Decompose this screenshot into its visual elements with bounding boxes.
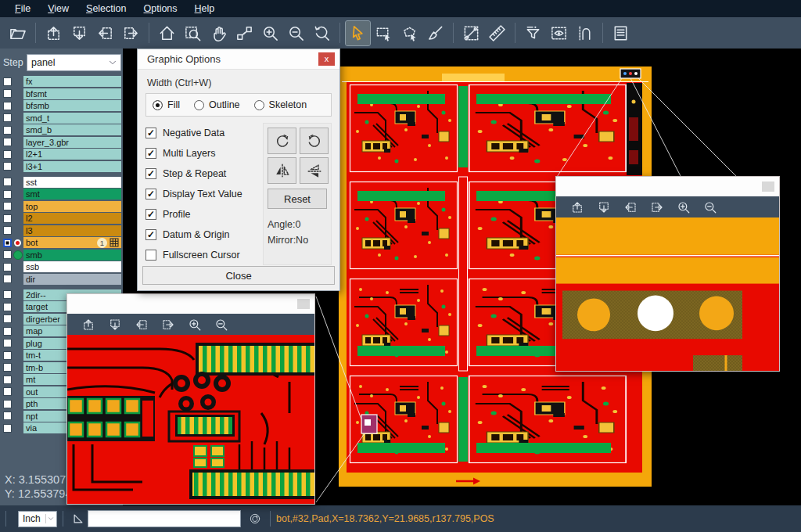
layer-name[interactable]: l3+1 <box>23 161 121 172</box>
close-button[interactable]: Close <box>142 266 335 285</box>
layer-row-bfsmt[interactable]: bfsmt <box>0 88 123 99</box>
filter-icon[interactable] <box>521 21 545 45</box>
layer-visibility-checkbox[interactable] <box>3 424 12 433</box>
pan-left-icon[interactable] <box>621 198 640 217</box>
layer-visibility-checkbox[interactable] <box>3 275 12 283</box>
layer-name[interactable]: smd_b <box>23 124 121 135</box>
corner-snap-icon[interactable] <box>69 510 88 527</box>
close-icon[interactable]: x <box>318 52 335 66</box>
open-folder-icon[interactable] <box>5 21 30 45</box>
layer-row-l3[interactable]: l3 <box>0 225 123 236</box>
layer-name[interactable]: smb <box>23 250 121 261</box>
layer-visibility-checkbox[interactable] <box>3 202 12 210</box>
layer-name[interactable]: l2 <box>23 213 121 224</box>
pan-hand-icon[interactable] <box>207 21 231 45</box>
layer-visibility-checkbox[interactable] <box>3 363 12 372</box>
layer-name[interactable]: smd_t <box>23 113 121 124</box>
layer-name[interactable]: l2+1 <box>23 149 121 160</box>
select-arrow-icon[interactable] <box>346 21 370 45</box>
pan-up-icon[interactable] <box>41 21 66 45</box>
layer-visibility-checkbox[interactable] <box>3 150 12 159</box>
layer-visibility-checkbox[interactable] <box>3 339 12 347</box>
layer-visibility-checkbox[interactable] <box>3 412 12 420</box>
rotate-ccw-button[interactable] <box>300 128 329 154</box>
layer-row-l2+1[interactable]: l2+1 <box>0 149 123 160</box>
checkbox-negative-data[interactable]: ✓Negative Data <box>145 123 263 143</box>
pan-left-icon[interactable] <box>132 315 151 334</box>
menu-view[interactable]: View <box>39 0 77 17</box>
node-link-icon[interactable] <box>232 21 257 45</box>
ruler-icon[interactable] <box>485 21 509 45</box>
layer-visibility-checkbox[interactable] <box>3 113 12 122</box>
layer-row-ssb[interactable]: ssb <box>0 261 123 272</box>
snap-trace-icon[interactable] <box>573 21 597 45</box>
zoom-in-icon[interactable] <box>674 198 693 217</box>
layer-row-dir[interactable]: dir <box>0 274 123 285</box>
layer-row-fx[interactable]: fx <box>0 76 123 87</box>
layer-visibility-checkbox[interactable] <box>3 327 12 336</box>
unit-select[interactable]: Inch <box>18 511 57 527</box>
radio-outline[interactable]: Outline <box>194 99 240 110</box>
layer-visibility-checkbox[interactable] <box>3 162 12 171</box>
layer-row-bfsmb[interactable]: bfsmb <box>0 100 123 111</box>
zoom-out-icon[interactable] <box>701 198 720 217</box>
layer-visibility-checkbox[interactable] <box>3 214 12 223</box>
checkbox-step-repeat[interactable]: ✓Step & Repeat <box>145 164 263 184</box>
layer-name[interactable]: ssb <box>23 261 121 272</box>
pan-right-icon[interactable] <box>648 198 666 217</box>
layer-row-smb[interactable]: smb <box>0 250 123 261</box>
magnifier-2-view[interactable] <box>556 217 779 371</box>
layer-visibility-checkbox[interactable] <box>3 315 12 323</box>
magnifier-window-1[interactable] <box>66 293 315 505</box>
pan-right-icon[interactable] <box>119 21 143 45</box>
pan-right-icon[interactable] <box>159 315 178 334</box>
pan-left-icon[interactable] <box>93 21 117 45</box>
clean-brush-icon[interactable] <box>423 21 447 45</box>
layer-visibility-checkbox[interactable] <box>3 290 12 299</box>
grid-icon[interactable] <box>110 238 119 247</box>
layer-name[interactable]: layer_3.gbr <box>23 137 121 148</box>
magnifier-1-view[interactable] <box>67 335 314 504</box>
layer-visibility-checkbox[interactable] <box>3 376 12 384</box>
pan-up-icon[interactable] <box>568 198 587 217</box>
layer-row-l2[interactable]: l2 <box>0 213 123 224</box>
checkbox-profile[interactable]: ✓Profile <box>145 204 263 225</box>
rotate-cw-button[interactable] <box>268 128 296 154</box>
layer-name[interactable]: dir <box>23 274 121 285</box>
report-icon[interactable] <box>609 21 633 45</box>
zoom-previous-icon[interactable] <box>310 21 334 45</box>
menu-help[interactable]: Help <box>186 0 224 17</box>
zoom-in-icon[interactable] <box>185 315 204 334</box>
step-select[interactable]: panel <box>27 54 121 71</box>
zoom-out-icon[interactable] <box>284 21 308 45</box>
magnifier-2-window-button[interactable] <box>762 182 774 192</box>
layer-visibility-checkbox[interactable] <box>3 190 12 199</box>
layer-visibility-checkbox[interactable] <box>3 250 12 259</box>
layer-row-smd_t[interactable]: smd_t <box>0 113 123 124</box>
layer-name[interactable]: l3 <box>23 225 121 236</box>
checkbox-multi-layers[interactable]: ✓Multi Layers <box>145 143 263 164</box>
layer-visibility-checkbox[interactable] <box>3 351 12 360</box>
layer-row-layer_3.gbr[interactable]: layer_3.gbr <box>0 137 123 148</box>
command-input[interactable] <box>88 510 241 527</box>
checkbox-fullscreen-cursor[interactable]: Fullscreen Cursor <box>145 245 263 265</box>
layer-visibility-checkbox[interactable] <box>3 178 12 186</box>
home-view-icon[interactable] <box>155 21 179 45</box>
magnifier-2-titlebar[interactable] <box>556 177 779 196</box>
radio-skeleton[interactable]: Skeleton <box>254 99 307 110</box>
layer-visibility-checkbox[interactable] <box>3 77 12 86</box>
flip-horizontal-button[interactable] <box>268 157 296 184</box>
zoom-region-icon[interactable] <box>181 21 205 45</box>
magnifier-1-window-button[interactable] <box>297 299 310 309</box>
layer-visibility-checkbox[interactable] <box>3 239 12 247</box>
layer-visibility-checkbox[interactable] <box>3 126 12 135</box>
zoom-in-icon[interactable] <box>258 21 282 45</box>
layer-visibility-checkbox[interactable] <box>3 263 12 271</box>
layer-row-smt[interactable]: smt <box>0 189 123 200</box>
layer-name[interactable]: bfsmt <box>23 88 121 99</box>
inspect-eye-icon[interactable] <box>547 21 571 45</box>
layer-name[interactable]: bfsmb <box>23 100 121 111</box>
layer-name[interactable]: bot1 <box>23 237 121 248</box>
layer-visibility-checkbox[interactable] <box>3 138 12 146</box>
menu-file[interactable]: File <box>6 0 39 17</box>
